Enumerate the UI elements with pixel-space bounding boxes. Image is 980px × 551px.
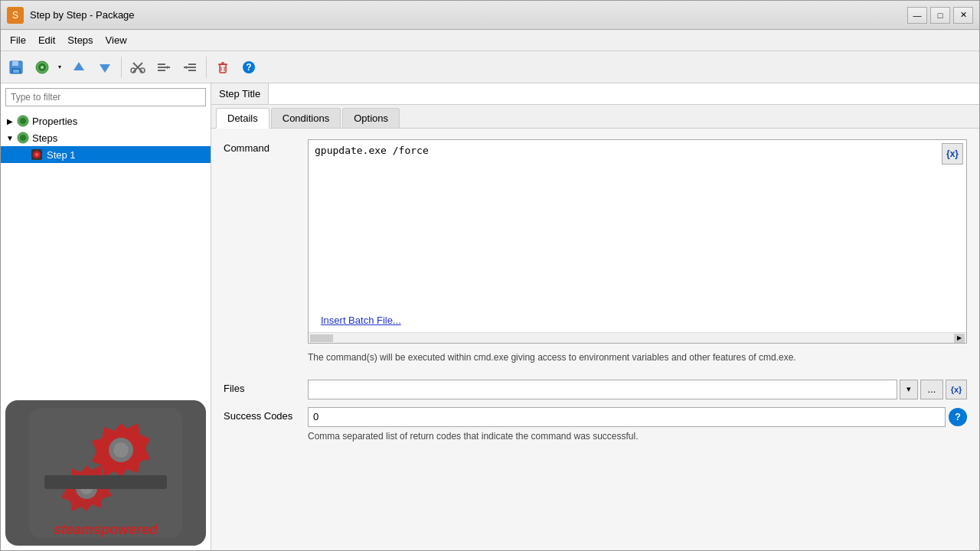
tree-item-steps[interactable]: ▼ Steps — [1, 129, 211, 146]
tree-toggle-steps[interactable]: ▼ — [4, 132, 16, 144]
svg-text:?: ? — [246, 62, 251, 73]
tabs-bar: Details Conditions Options — [211, 105, 979, 129]
files-label: Files — [224, 380, 308, 394]
steps-button-group: ▾ — [30, 55, 65, 80]
scroll-right-btn[interactable]: ▶ — [954, 334, 965, 343]
cut-button[interactable] — [126, 55, 150, 80]
tab-options[interactable]: Options — [342, 108, 400, 128]
window-controls: — □ ✕ — [907, 7, 973, 24]
success-codes-control: ? Comma separated list of return codes t… — [308, 407, 967, 451]
command-row: Command {x} Insert Batch File... ▶ — [224, 139, 967, 344]
menu-file[interactable]: File — [4, 32, 32, 48]
move-down-button[interactable] — [93, 55, 117, 80]
logo-text: steamspowered — [5, 522, 206, 538]
files-input[interactable] — [308, 380, 897, 399]
tree-item-properties[interactable]: ▶ Properties — [1, 112, 211, 129]
files-input-wrap: ▾ ... {x} — [308, 380, 967, 399]
svg-rect-19 — [220, 64, 226, 73]
title-bar: S Step by Step - Package — □ ✕ — [1, 1, 979, 30]
svg-point-8 — [41, 66, 44, 69]
logo-area: steamspowered — [5, 400, 206, 546]
svg-rect-38 — [44, 475, 167, 489]
svg-text:S: S — [12, 10, 18, 21]
command-textarea[interactable] — [309, 140, 939, 308]
success-codes-help-button[interactable]: ? — [949, 408, 967, 426]
command-control: {x} Insert Batch File... ▶ — [308, 139, 967, 344]
menu-view[interactable]: View — [100, 32, 133, 48]
toolbar: ▾ — [1, 51, 979, 83]
outdent-button[interactable] — [178, 55, 202, 80]
tree-label-properties: Properties — [32, 116, 77, 127]
files-dropdown-button[interactable]: ▾ — [900, 380, 918, 399]
tree-label-step1: Step 1 — [47, 149, 76, 161]
minimize-button[interactable]: — — [907, 7, 927, 24]
tab-conditions[interactable]: Conditions — [271, 108, 341, 128]
main-window: S Step by Step - Package — □ ✕ File Edit… — [0, 0, 980, 551]
right-panel: Step Title Details Conditions Options Co… — [211, 83, 979, 550]
save-button[interactable] — [4, 55, 28, 80]
svg-point-35 — [113, 442, 129, 458]
close-button[interactable]: ✕ — [953, 7, 973, 24]
command-label: Command — [224, 139, 308, 154]
hint-row: The command(s) will be executed within c… — [224, 351, 967, 372]
svg-rect-3 — [12, 61, 18, 66]
indent-button[interactable] — [152, 55, 176, 80]
delete-button[interactable] — [211, 55, 235, 80]
step-title-input[interactable] — [269, 83, 979, 104]
tree-icon-properties — [16, 114, 30, 128]
scroll-thumb — [310, 334, 333, 342]
success-codes-input[interactable] — [308, 407, 946, 427]
menu-steps[interactable]: Steps — [61, 32, 99, 48]
files-row: Files ▾ ... {x} — [224, 380, 967, 399]
files-var-button[interactable]: {x} — [946, 380, 967, 399]
tab-details[interactable]: Details — [216, 108, 270, 129]
step-title-label: Step Title — [211, 83, 269, 104]
step-title-bar: Step Title — [211, 83, 979, 105]
window-title: Step by Step - Package — [30, 9, 907, 21]
main-area: ▶ Properties ▼ — [1, 83, 979, 550]
tree-icon-steps — [16, 131, 30, 145]
command-scrollbar[interactable]: ▶ — [309, 332, 966, 343]
files-control: ▾ ... {x} — [308, 380, 967, 399]
files-browse-button[interactable]: ... — [920, 380, 943, 399]
steps-dropdown-button[interactable]: ▾ — [54, 55, 65, 80]
tree-icon-step1 — [30, 148, 44, 161]
success-codes-label: Success Codes — [224, 407, 308, 422]
logo-svg — [29, 408, 182, 538]
success-codes-wrap: ? — [308, 407, 967, 427]
success-codes-row: Success Codes ? Comma separated list of … — [224, 407, 967, 451]
left-panel: ▶ Properties ▼ — [1, 83, 211, 550]
tree-label-steps: Steps — [32, 132, 57, 144]
command-area: {x} Insert Batch File... ▶ — [308, 139, 967, 344]
svg-point-27 — [20, 118, 26, 124]
menu-bar: File Edit Steps View — [1, 30, 979, 51]
svg-rect-5 — [13, 70, 19, 73]
toolbar-separator-1 — [121, 57, 122, 78]
svg-point-32 — [35, 153, 38, 156]
menu-edit[interactable]: Edit — [32, 32, 61, 48]
toolbar-separator-2 — [206, 57, 207, 78]
help-button[interactable]: ? — [237, 55, 261, 80]
tab-content-details: Command {x} Insert Batch File... ▶ — [211, 129, 979, 550]
tree-toggle-properties[interactable]: ▶ — [4, 115, 16, 127]
tree-item-step1[interactable]: Step 1 — [1, 146, 211, 163]
success-codes-hint-text: Comma separated list of return codes tha… — [308, 430, 967, 443]
hint-control: The command(s) will be executed within c… — [308, 351, 967, 372]
insert-batch-link[interactable]: Insert Batch File... — [315, 311, 407, 329]
maximize-button[interactable]: □ — [930, 7, 950, 24]
command-var-button[interactable]: {x} — [942, 143, 963, 165]
tree-container: ▶ Properties ▼ — [1, 111, 211, 396]
steps-button[interactable] — [30, 55, 54, 80]
app-icon: S — [7, 7, 24, 24]
svg-point-29 — [20, 135, 26, 141]
filter-input[interactable] — [5, 88, 206, 106]
move-up-button[interactable] — [67, 55, 91, 80]
hint-label-spacer — [224, 351, 308, 354]
command-hint-text: The command(s) will be executed within c… — [308, 351, 967, 364]
